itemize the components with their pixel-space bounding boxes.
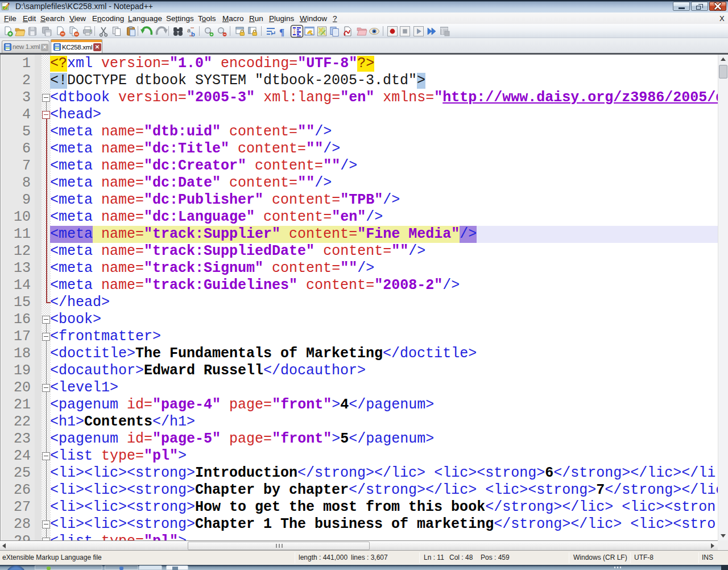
svg-text:b: b	[191, 31, 195, 38]
svg-text:a: a	[187, 27, 191, 34]
svg-text:¶: ¶	[279, 27, 284, 38]
